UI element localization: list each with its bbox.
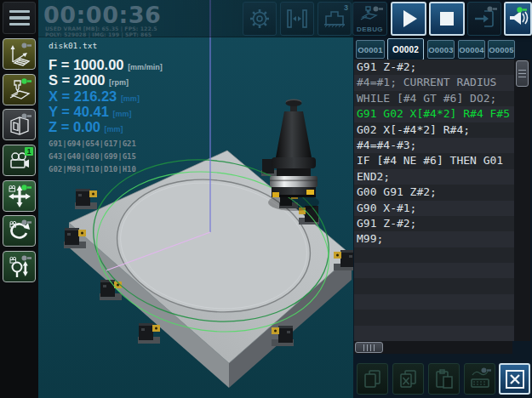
horizontal-scroll-thumb[interactable]: [355, 342, 383, 353]
tab-o0005[interactable]: O0005: [488, 40, 515, 59]
menu-button[interactable]: [3, 2, 36, 34]
close-editor-button[interactable]: [499, 363, 530, 395]
debug-button[interactable]: DEBUG: [352, 2, 387, 36]
toggle-off-icon: [20, 219, 32, 226]
camera-count-badge: 1: [25, 147, 33, 156]
machine-hud: disk01.txt F = 1000.00 [mm/min]S = 2000 …: [49, 41, 163, 176]
debug-label: DEBUG: [353, 26, 386, 33]
camera-views-button[interactable]: 1: [3, 145, 36, 176]
gcode-line[interactable]: G91 Z-#2;: [354, 60, 514, 75]
tab-o0004[interactable]: O0004: [458, 40, 485, 59]
toggle-off-icon: [20, 42, 32, 49]
tab-o0002[interactable]: O0002: [387, 38, 424, 60]
axes-grid-toggle-button[interactable]: [3, 38, 36, 70]
gcode-line[interactable]: G91 Z-#2;: [354, 216, 514, 231]
gcode-editor[interactable]: G91 Z-#2;#4=#1; CURRENT RADIUSWHILE [#4 …: [354, 60, 514, 341]
program-file-name: disk01.txt: [49, 41, 163, 50]
vertical-scroll-thumb[interactable]: [516, 60, 529, 87]
modal-group-line: G43|G40|G80|G99|G15: [49, 151, 163, 163]
gcode-line[interactable]: #4=#1; CURRENT RADIUS: [354, 75, 514, 90]
hud-row-z: Z = 0.00 [mm]: [49, 119, 163, 134]
toggle-off-icon: [486, 5, 498, 13]
gcode-empty-line: [354, 263, 514, 278]
cut-button[interactable]: [392, 363, 424, 395]
left-toolbar: 1: [0, 0, 38, 398]
toggle-off-icon: [20, 112, 32, 120]
stats-line-2: POLY: 529028 | IMG: 199 | SPT: 865: [45, 31, 152, 37]
cnc-simulator-app: 00:00:36 USED VRAM [MB]: 65.35 | FPS: 12…: [0, 0, 532, 398]
vertical-scrollbar[interactable]: [514, 60, 530, 341]
gcode-line[interactable]: IF [#4 NE #6] THEN G01: [354, 153, 514, 168]
stats-line-1: USED VRAM [MB]: 65.35 | FPS: 122.5: [45, 26, 157, 31]
workpiece-count-badge: 3: [344, 3, 348, 12]
exit-program-button[interactable]: [467, 2, 501, 36]
camera-zoom-button[interactable]: [3, 251, 36, 282]
settings-button[interactable]: [243, 2, 277, 36]
toggle-on-icon: [20, 184, 32, 191]
modal-group-line: G91|G94|G54|G17|G21: [49, 138, 163, 151]
hud-row-f: F = 1000.00 [mm/min]: [49, 57, 163, 72]
camera-pan-button[interactable]: [3, 180, 36, 212]
hud-row-x: X = 216.23 [mm]: [49, 88, 163, 104]
gcode-line[interactable]: G02 X[-#4*2] R#4;: [354, 122, 514, 138]
sound-button[interactable]: [504, 2, 532, 36]
gcode-line[interactable]: G00 G91 Z#2;: [354, 185, 514, 200]
toggle-off-icon: [20, 254, 32, 262]
gcode-line[interactable]: #4=#4-#3;: [354, 138, 514, 153]
tab-o0001[interactable]: O0001: [356, 40, 385, 59]
gcode-line[interactable]: G91 G02 X[#4*2] R#4 F#5: [354, 106, 514, 122]
gcode-line[interactable]: WHILE [#4 GT #6] DO2;: [354, 91, 514, 106]
tool-measure-button[interactable]: [280, 2, 314, 36]
gcode-line[interactable]: M99;: [354, 231, 514, 247]
gcode-empty-line: [354, 310, 514, 325]
toggle-on-icon: [516, 6, 528, 14]
workpiece-setup-button[interactable]: 3: [317, 2, 352, 36]
gcode-empty-line: [354, 294, 514, 310]
gcode-line[interactable]: END2;: [354, 169, 514, 185]
gcode-empty-line: [354, 278, 514, 293]
gcode-line[interactable]: G90 X-#1;: [354, 201, 514, 216]
hud-row-y: Y = 40.41 [mm]: [49, 104, 163, 119]
hud-row-s: S = 2000 [rpm]: [49, 72, 163, 88]
elapsed-timer: 00:00:36: [43, 2, 161, 28]
camera-rotate-button[interactable]: [3, 215, 36, 247]
toggle-off-icon: [480, 367, 492, 374]
virtual-keyboard-button[interactable]: [464, 363, 495, 395]
machine-housing-toggle-button[interactable]: [3, 109, 36, 140]
modal-gcode-groups: G91|G94|G54|G17|G21G43|G40|G80|G99|G15G0…: [49, 138, 163, 176]
gcode-empty-line: [354, 247, 514, 263]
horizontal-scrollbar[interactable]: [354, 341, 512, 354]
modal-group-line: G02|M98|T10|D10|H10: [49, 163, 163, 176]
gcode-panel: O0001O0002O0003O0004O0005 G91 Z-#2;#4=#1…: [353, 0, 532, 398]
gcode-empty-line: [354, 326, 514, 341]
tool-display-toggle-button[interactable]: [3, 74, 36, 105]
toggle-on-icon: [20, 77, 32, 85]
paste-button[interactable]: [428, 363, 460, 395]
stop-button[interactable]: [429, 2, 465, 36]
tab-o0003[interactable]: O0003: [427, 40, 455, 59]
toggle-off-icon: [372, 5, 384, 13]
play-button[interactable]: [391, 2, 426, 36]
copy-button[interactable]: [357, 363, 388, 395]
